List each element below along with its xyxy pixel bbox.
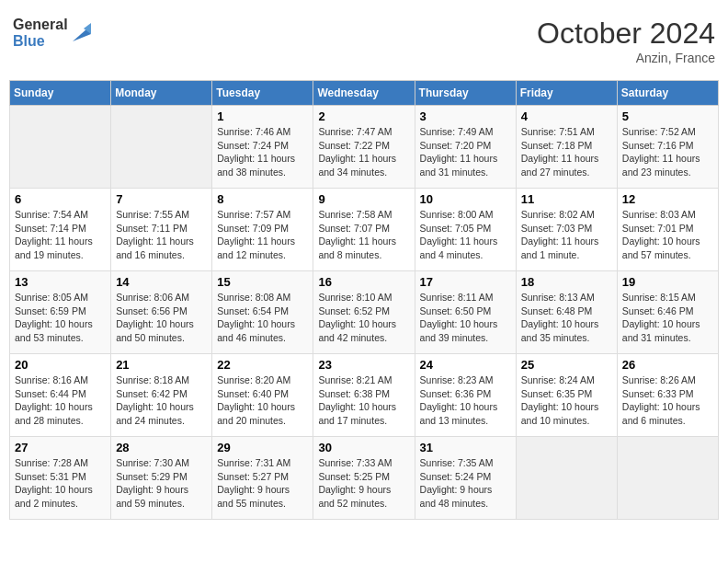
day-info: Sunrise: 8:26 AMSunset: 6:33 PMDaylight:…: [622, 373, 713, 428]
day-number: 25: [521, 358, 612, 372]
day-info: Sunrise: 7:28 AMSunset: 5:31 PMDaylight:…: [15, 456, 106, 511]
calendar-day-cell: 10Sunrise: 8:00 AMSunset: 7:05 PMDayligh…: [415, 189, 516, 271]
calendar-day-cell: 11Sunrise: 8:02 AMSunset: 7:03 PMDayligh…: [516, 189, 617, 271]
day-number: 9: [318, 192, 409, 206]
calendar-day-cell: 20Sunrise: 8:16 AMSunset: 6:44 PMDayligh…: [10, 354, 111, 437]
day-number: 8: [217, 192, 308, 206]
day-number: 31: [420, 441, 511, 454]
day-info: Sunrise: 7:54 AMSunset: 7:14 PMDaylight:…: [15, 208, 106, 262]
day-info: Sunrise: 8:13 AMSunset: 6:48 PMDaylight:…: [521, 291, 612, 345]
calendar-day-cell: 13Sunrise: 8:05 AMSunset: 6:59 PMDayligh…: [10, 271, 111, 354]
month-title: October 2024: [537, 17, 715, 51]
calendar-day-cell: 21Sunrise: 8:18 AMSunset: 6:42 PMDayligh…: [111, 354, 212, 437]
calendar-week-row: 20Sunrise: 8:16 AMSunset: 6:44 PMDayligh…: [10, 354, 719, 437]
calendar-week-row: 13Sunrise: 8:05 AMSunset: 6:59 PMDayligh…: [10, 271, 719, 354]
day-info: Sunrise: 8:24 AMSunset: 6:35 PMDaylight:…: [521, 373, 612, 428]
day-info: Sunrise: 8:11 AMSunset: 6:50 PMDaylight:…: [420, 291, 511, 345]
day-number: 11: [521, 192, 612, 206]
calendar-day-cell: 4Sunrise: 7:51 AMSunset: 7:18 PMDaylight…: [516, 106, 617, 189]
day-number: 28: [116, 441, 207, 454]
day-of-week-header: Monday: [111, 81, 212, 106]
calendar-day-cell: 2Sunrise: 7:47 AMSunset: 7:22 PMDaylight…: [313, 106, 415, 189]
day-info: Sunrise: 7:49 AMSunset: 7:20 PMDaylight:…: [420, 125, 511, 179]
calendar-day-cell: 31Sunrise: 7:35 AMSunset: 5:24 PMDayligh…: [415, 437, 516, 520]
day-number: 12: [622, 192, 713, 206]
day-info: Sunrise: 7:30 AMSunset: 5:29 PMDaylight:…: [116, 456, 207, 511]
calendar-day-cell: 16Sunrise: 8:10 AMSunset: 6:52 PMDayligh…: [313, 271, 415, 354]
day-info: Sunrise: 8:18 AMSunset: 6:42 PMDaylight:…: [116, 373, 207, 428]
day-number: 15: [217, 275, 308, 289]
day-info: Sunrise: 8:16 AMSunset: 6:44 PMDaylight:…: [15, 373, 106, 428]
logo-blue: Blue: [13, 33, 68, 50]
calendar-day-cell: 14Sunrise: 8:06 AMSunset: 6:56 PMDayligh…: [111, 271, 212, 354]
calendar-day-cell: 22Sunrise: 8:20 AMSunset: 6:40 PMDayligh…: [212, 354, 313, 437]
logo: General Blue: [13, 17, 91, 49]
day-info: Sunrise: 8:21 AMSunset: 6:38 PMDaylight:…: [318, 373, 409, 428]
day-info: Sunrise: 8:10 AMSunset: 6:52 PMDaylight:…: [318, 291, 409, 345]
calendar-day-cell: 17Sunrise: 8:11 AMSunset: 6:50 PMDayligh…: [415, 271, 516, 354]
calendar-week-row: 6Sunrise: 7:54 AMSunset: 7:14 PMDaylight…: [10, 189, 719, 271]
calendar-day-cell: 1Sunrise: 7:46 AMSunset: 7:24 PMDaylight…: [212, 106, 313, 189]
day-number: 3: [420, 109, 511, 123]
day-info: Sunrise: 7:57 AMSunset: 7:09 PMDaylight:…: [217, 208, 308, 262]
calendar-day-cell: [516, 437, 617, 520]
calendar-day-cell: 8Sunrise: 7:57 AMSunset: 7:09 PMDaylight…: [212, 189, 313, 271]
day-number: 13: [15, 275, 106, 289]
day-number: 2: [318, 109, 409, 123]
day-of-week-header: Sunday: [10, 81, 111, 106]
day-number: 21: [116, 358, 207, 372]
day-number: 5: [622, 109, 713, 123]
day-number: 30: [318, 441, 409, 454]
day-info: Sunrise: 8:05 AMSunset: 6:59 PMDaylight:…: [15, 291, 106, 345]
day-number: 26: [622, 358, 713, 372]
day-number: 20: [15, 358, 106, 372]
day-number: 7: [116, 192, 207, 206]
day-info: Sunrise: 8:00 AMSunset: 7:05 PMDaylight:…: [420, 208, 511, 262]
day-info: Sunrise: 8:08 AMSunset: 6:54 PMDaylight:…: [217, 291, 308, 345]
day-number: 17: [420, 275, 511, 289]
calendar-day-cell: 5Sunrise: 7:52 AMSunset: 7:16 PMDaylight…: [617, 106, 718, 189]
day-info: Sunrise: 7:52 AMSunset: 7:16 PMDaylight:…: [622, 125, 713, 179]
day-info: Sunrise: 8:06 AMSunset: 6:56 PMDaylight:…: [116, 291, 207, 345]
day-number: 10: [420, 192, 511, 206]
day-info: Sunrise: 7:31 AMSunset: 5:27 PMDaylight:…: [217, 456, 308, 511]
day-number: 6: [15, 192, 106, 206]
day-of-week-header: Thursday: [415, 81, 516, 106]
calendar-week-row: 1Sunrise: 7:46 AMSunset: 7:24 PMDaylight…: [10, 106, 719, 189]
calendar-day-cell: [111, 106, 212, 189]
calendar-day-cell: [617, 437, 718, 520]
calendar-day-cell: 7Sunrise: 7:55 AMSunset: 7:11 PMDaylight…: [111, 189, 212, 271]
calendar-day-cell: 30Sunrise: 7:33 AMSunset: 5:25 PMDayligh…: [313, 437, 415, 520]
calendar-day-cell: 9Sunrise: 7:58 AMSunset: 7:07 PMDaylight…: [313, 189, 415, 271]
day-info: Sunrise: 7:33 AMSunset: 5:25 PMDaylight:…: [318, 456, 409, 511]
day-number: 14: [116, 275, 207, 289]
day-info: Sunrise: 8:20 AMSunset: 6:40 PMDaylight:…: [217, 373, 308, 428]
calendar-day-cell: 18Sunrise: 8:13 AMSunset: 6:48 PMDayligh…: [516, 271, 617, 354]
day-info: Sunrise: 7:46 AMSunset: 7:24 PMDaylight:…: [217, 125, 308, 179]
day-number: 1: [217, 109, 308, 123]
calendar-day-cell: 23Sunrise: 8:21 AMSunset: 6:38 PMDayligh…: [313, 354, 415, 437]
day-number: 16: [318, 275, 409, 289]
calendar-day-cell: 15Sunrise: 8:08 AMSunset: 6:54 PMDayligh…: [212, 271, 313, 354]
day-number: 22: [217, 358, 308, 372]
logo-general: General: [13, 17, 68, 33]
day-of-week-header: Friday: [516, 81, 617, 106]
day-info: Sunrise: 7:47 AMSunset: 7:22 PMDaylight:…: [318, 125, 409, 179]
calendar-table: SundayMondayTuesdayWednesdayThursdayFrid…: [9, 80, 719, 520]
day-of-week-header: Saturday: [617, 81, 718, 106]
day-number: 23: [318, 358, 409, 372]
day-info: Sunrise: 8:02 AMSunset: 7:03 PMDaylight:…: [521, 208, 612, 262]
calendar-day-cell: 27Sunrise: 7:28 AMSunset: 5:31 PMDayligh…: [10, 437, 111, 520]
title-block: October 2024 Anzin, France: [537, 17, 715, 65]
calendar-day-cell: 26Sunrise: 8:26 AMSunset: 6:33 PMDayligh…: [617, 354, 718, 437]
page-header: General Blue October 2024 Anzin, France: [9, 9, 719, 73]
calendar-day-cell: 25Sunrise: 8:24 AMSunset: 6:35 PMDayligh…: [516, 354, 617, 437]
calendar-week-row: 27Sunrise: 7:28 AMSunset: 5:31 PMDayligh…: [10, 437, 719, 520]
location: Anzin, France: [537, 51, 715, 65]
day-info: Sunrise: 8:23 AMSunset: 6:36 PMDaylight:…: [420, 373, 511, 428]
day-number: 29: [217, 441, 308, 454]
day-info: Sunrise: 7:55 AMSunset: 7:11 PMDaylight:…: [116, 208, 207, 262]
day-info: Sunrise: 8:15 AMSunset: 6:46 PMDaylight:…: [622, 291, 713, 345]
calendar-day-cell: [10, 106, 111, 189]
calendar-day-cell: 28Sunrise: 7:30 AMSunset: 5:29 PMDayligh…: [111, 437, 212, 520]
